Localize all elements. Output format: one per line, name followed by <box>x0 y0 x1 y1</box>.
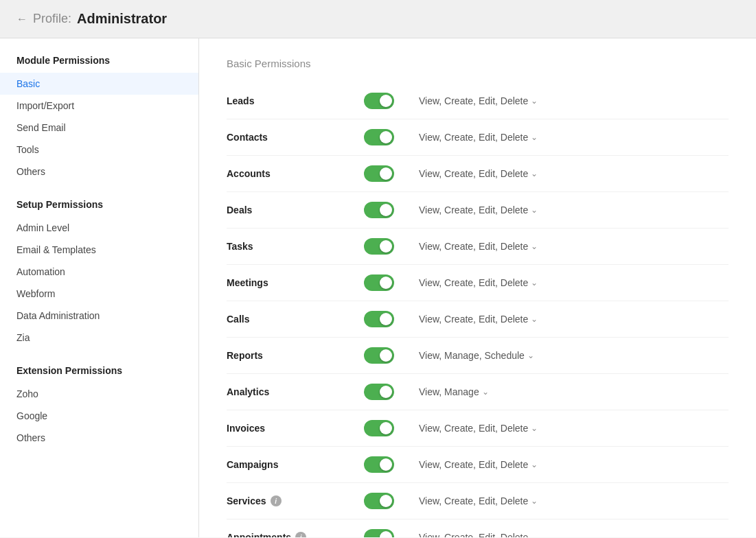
module-permissions-group: Module Permissions Basic Import/Export S… <box>0 55 198 183</box>
permission-value-services[interactable]: View, Create, Edit, Delete ⌄ <box>419 495 538 506</box>
toggle-thumb-services <box>380 495 392 507</box>
toggle-leads[interactable] <box>364 93 394 109</box>
permission-value-leads[interactable]: View, Create, Edit, Delete ⌄ <box>419 95 538 106</box>
permission-name-reports: Reports <box>227 350 364 361</box>
chevron-down-icon-appointments: ⌄ <box>531 533 538 537</box>
permission-row-leads: LeadsView, Create, Edit, Delete ⌄ <box>227 83 729 119</box>
permission-name-analytics: Analytics <box>227 386 364 397</box>
permission-value-tasks[interactable]: View, Create, Edit, Delete ⌄ <box>419 241 538 252</box>
sidebar-item-email-templates[interactable]: Email & Templates <box>0 239 198 261</box>
page-title: Administrator <box>77 11 167 27</box>
extension-permissions-title: Extension Permissions <box>0 365 198 383</box>
extension-permissions-group: Extension Permissions Zoho Google Others <box>0 365 198 449</box>
sidebar-item-others-ext[interactable]: Others <box>0 427 198 449</box>
module-permissions-title: Module Permissions <box>0 55 198 73</box>
chevron-down-icon-tasks: ⌄ <box>531 242 538 251</box>
toggle-campaigns[interactable] <box>364 456 394 473</box>
sidebar-item-google[interactable]: Google <box>0 405 198 427</box>
section-title: Basic Permissions <box>227 58 729 69</box>
permission-row-services: ServicesiView, Create, Edit, Delete ⌄ <box>227 483 729 519</box>
toggle-thumb-leads <box>380 95 392 107</box>
toggle-thumb-deals <box>380 204 392 216</box>
toggle-track-reports <box>364 347 394 364</box>
toggle-invoices[interactable] <box>364 420 394 436</box>
sidebar-item-tools[interactable]: Tools <box>0 139 198 161</box>
toggle-area-tasks <box>364 238 419 255</box>
sidebar-item-zoho[interactable]: Zoho <box>0 383 198 405</box>
main-layout: Module Permissions Basic Import/Export S… <box>0 38 756 537</box>
setup-permissions-group: Setup Permissions Admin Level Email & Te… <box>0 199 198 349</box>
sidebar-item-others-module[interactable]: Others <box>0 161 198 183</box>
permission-value-meetings[interactable]: View, Create, Edit, Delete ⌄ <box>419 277 538 288</box>
chevron-down-icon-calls: ⌄ <box>531 314 538 324</box>
toggle-area-leads <box>364 93 419 109</box>
permission-value-appointments[interactable]: View, Create, Edit, Delete ⌄ <box>419 532 538 537</box>
toggle-reports[interactable] <box>364 347 394 364</box>
permission-value-reports[interactable]: View, Manage, Schedule ⌄ <box>419 350 534 361</box>
sidebar-item-automation[interactable]: Automation <box>0 261 198 283</box>
permission-row-reports: ReportsView, Manage, Schedule ⌄ <box>227 338 729 374</box>
toggle-track-leads <box>364 93 394 109</box>
toggle-area-analytics <box>364 384 419 400</box>
permission-name-leads: Leads <box>227 95 364 106</box>
toggle-area-services <box>364 493 419 509</box>
permission-value-invoices[interactable]: View, Create, Edit, Delete ⌄ <box>419 423 538 434</box>
info-icon-appointments[interactable]: i <box>295 532 306 537</box>
sidebar-item-basic[interactable]: Basic <box>0 73 198 95</box>
permission-value-calls[interactable]: View, Create, Edit, Delete ⌄ <box>419 314 538 325</box>
sidebar-item-webform[interactable]: Webform <box>0 283 198 305</box>
toggle-calls[interactable] <box>364 311 394 327</box>
permission-value-analytics[interactable]: View, Manage ⌄ <box>419 386 489 397</box>
permission-row-calls: CallsView, Create, Edit, Delete ⌄ <box>227 301 729 338</box>
toggle-track-campaigns <box>364 456 394 473</box>
setup-permissions-title: Setup Permissions <box>0 199 198 217</box>
toggle-thumb-tasks <box>380 240 392 253</box>
toggle-track-meetings <box>364 274 394 291</box>
toggle-analytics[interactable] <box>364 384 394 400</box>
permission-value-campaigns[interactable]: View, Create, Edit, Delete ⌄ <box>419 459 538 470</box>
sidebar: Module Permissions Basic Import/Export S… <box>0 38 199 537</box>
permission-value-accounts[interactable]: View, Create, Edit, Delete ⌄ <box>419 168 538 179</box>
sidebar-item-import-export[interactable]: Import/Export <box>0 95 198 117</box>
toggle-area-meetings <box>364 274 419 291</box>
chevron-down-icon-services: ⌄ <box>531 496 538 506</box>
toggle-meetings[interactable] <box>364 274 394 291</box>
chevron-down-icon-deals: ⌄ <box>531 205 538 215</box>
content-area: Basic Permissions LeadsView, Create, Edi… <box>199 38 756 537</box>
toggle-accounts[interactable] <box>364 165 394 182</box>
toggle-services[interactable] <box>364 493 394 509</box>
toggle-thumb-reports <box>380 349 392 362</box>
permission-row-deals: DealsView, Create, Edit, Delete ⌄ <box>227 192 729 229</box>
sidebar-item-send-email[interactable]: Send Email <box>0 117 198 139</box>
header-prefix: Profile: <box>33 12 71 26</box>
toggle-tasks[interactable] <box>364 238 394 255</box>
toggle-thumb-accounts <box>380 167 392 180</box>
permission-row-tasks: TasksView, Create, Edit, Delete ⌄ <box>227 229 729 265</box>
chevron-down-icon-meetings: ⌄ <box>531 278 538 288</box>
toggle-area-appointments <box>364 529 419 537</box>
toggle-contacts[interactable] <box>364 129 394 145</box>
chevron-down-icon-reports: ⌄ <box>527 351 534 360</box>
toggle-appointments[interactable] <box>364 529 394 537</box>
permission-value-deals[interactable]: View, Create, Edit, Delete ⌄ <box>419 204 538 215</box>
permission-name-appointments: Appointmentsi <box>227 532 364 537</box>
sidebar-item-admin-level[interactable]: Admin Level <box>0 217 198 239</box>
info-icon-services[interactable]: i <box>271 495 282 506</box>
permission-name-accounts: Accounts <box>227 168 364 179</box>
sidebar-item-zia[interactable]: Zia <box>0 327 198 349</box>
toggle-thumb-contacts <box>380 131 392 143</box>
toggle-thumb-analytics <box>380 386 392 398</box>
toggle-deals[interactable] <box>364 202 394 218</box>
permission-row-meetings: MeetingsView, Create, Edit, Delete ⌄ <box>227 265 729 301</box>
toggle-area-invoices <box>364 420 419 436</box>
permission-name-meetings: Meetings <box>227 277 364 288</box>
toggle-track-analytics <box>364 384 394 400</box>
chevron-down-icon-campaigns: ⌄ <box>531 460 538 469</box>
sidebar-item-data-administration[interactable]: Data Administration <box>0 305 198 327</box>
back-button[interactable]: ← <box>16 13 27 25</box>
toggle-track-appointments <box>364 529 394 537</box>
permission-name-calls: Calls <box>227 314 364 325</box>
toggle-area-deals <box>364 202 419 218</box>
permission-name-deals: Deals <box>227 204 364 215</box>
permission-value-contacts[interactable]: View, Create, Edit, Delete ⌄ <box>419 132 538 143</box>
